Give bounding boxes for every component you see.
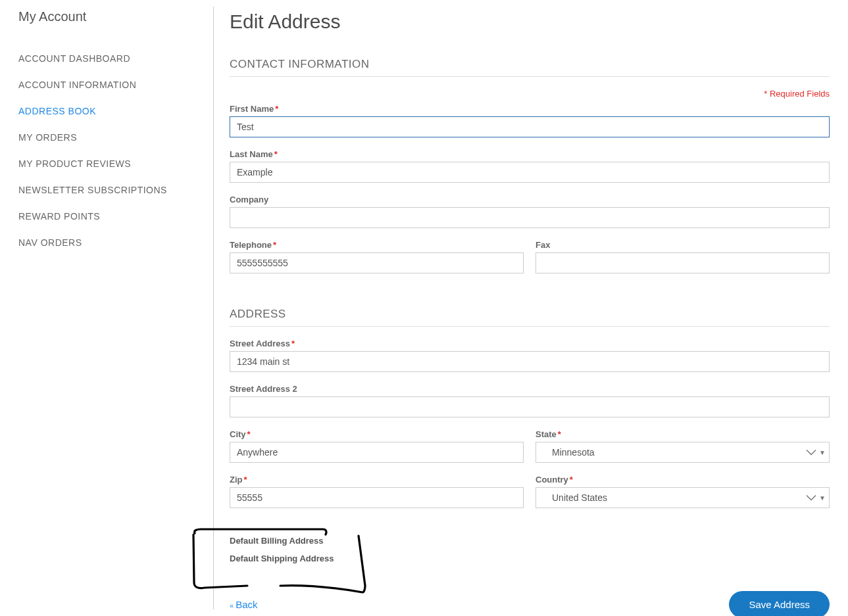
country-select[interactable]: United States [536,487,830,508]
field-city: City* [230,429,524,463]
city-input[interactable] [230,442,524,463]
field-fax: Fax [536,240,830,273]
field-last-name: Last Name* [230,149,830,183]
street2-input[interactable] [230,396,830,417]
default-shipping-label: Default Shipping Address [230,554,830,563]
company-input[interactable] [230,207,830,228]
default-addresses-section: Default Billing Address Default Shipping… [230,536,830,563]
field-state: State* Minnesota ▼ [536,429,830,463]
field-company: Company [230,195,830,228]
required-asterisk: * [291,339,295,348]
field-street1: Street Address* [230,339,830,372]
back-link[interactable]: «Back [230,599,257,610]
required-asterisk: * [274,149,278,159]
section-header-contact: CONTACT INFORMATION [230,58,830,77]
main-content: Edit Address CONTACT INFORMATION * Requi… [214,7,830,609]
company-label: Company [230,195,830,204]
default-billing-label: Default Billing Address [230,536,830,546]
first-name-input[interactable] [230,116,830,137]
chevron-left-icon: « [230,602,234,609]
sidebar-item-my-product-reviews[interactable]: MY PRODUCT REVIEWS [18,151,200,177]
sidebar-item-reward-points[interactable]: REWARD POINTS [18,203,200,229]
required-asterisk: * [570,475,573,485]
sidebar-item-account-dashboard[interactable]: ACCOUNT DASHBOARD [18,45,200,72]
required-asterisk: * [558,429,561,439]
field-telephone: Telephone* [230,240,524,273]
required-fields-note: * Required Fields [230,89,830,99]
field-country: Country* United States ▼ [536,475,830,508]
street1-label: Street Address* [230,339,830,348]
field-zip: Zip* [230,475,524,508]
required-asterisk: * [275,104,278,114]
sidebar-item-account-information[interactable]: ACCOUNT INFORMATION [18,72,200,98]
section-header-address: ADDRESS [230,308,830,327]
state-select[interactable]: Minnesota [536,442,830,463]
fax-input[interactable] [536,252,830,273]
city-label: City* [230,429,524,439]
first-name-label: First Name* [230,104,830,114]
zip-label: Zip* [230,475,524,485]
required-asterisk: * [244,475,247,485]
sidebar-item-address-book[interactable]: ADDRESS BOOK [18,98,200,124]
fax-label: Fax [536,240,830,250]
save-address-button[interactable]: Save Address [729,591,830,616]
state-label: State* [536,429,830,439]
required-asterisk: * [247,429,251,439]
street1-input[interactable] [230,351,830,372]
required-asterisk: * [273,240,276,250]
sidebar-title: My Account [18,9,200,24]
telephone-label: Telephone* [230,240,524,250]
sidebar-item-my-orders[interactable]: MY ORDERS [18,124,200,151]
telephone-input[interactable] [230,252,524,273]
last-name-label: Last Name* [230,149,830,159]
zip-input[interactable] [230,487,524,508]
sidebar-item-newsletter-subscriptions[interactable]: NEWSLETTER SUBSCRIPTIONS [18,177,200,203]
country-label: Country* [536,475,830,485]
page-title: Edit Address [230,11,830,33]
street2-label: Street Address 2 [230,384,830,394]
field-first-name: First Name* [230,104,830,137]
sidebar: My Account ACCOUNT DASHBOARD ACCOUNT INF… [18,7,214,609]
field-street2: Street Address 2 [230,384,830,417]
last-name-input[interactable] [230,162,830,183]
sidebar-item-nav-orders[interactable]: NAV ORDERS [18,229,200,256]
